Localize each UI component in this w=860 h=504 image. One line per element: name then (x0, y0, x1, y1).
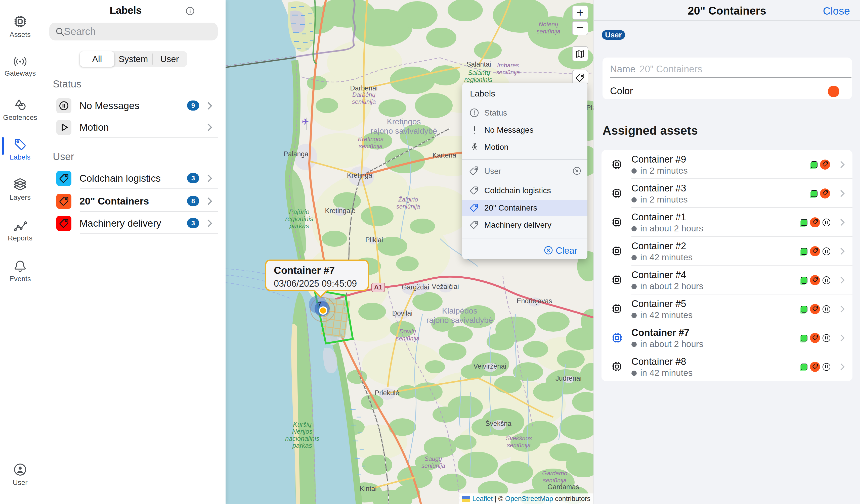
svg-text:Saugų: Saugų (425, 455, 442, 462)
svg-text:Kretingos: Kretingos (387, 117, 421, 126)
svg-text:Klaipėdos: Klaipėdos (442, 306, 477, 315)
svg-text:Endriejavas: Endriejavas (516, 297, 552, 305)
svg-text:A1: A1 (374, 283, 382, 291)
svg-text:parkas: parkas (289, 222, 309, 229)
svg-text:Gardamas: Gardamas (547, 483, 579, 491)
svg-text:seniūnija: seniūnija (396, 335, 420, 342)
svg-text:Kuršių: Kuršių (293, 420, 312, 428)
svg-text:regioninis: regioninis (285, 215, 313, 223)
svg-text:seniūnija: seniūnija (507, 442, 531, 448)
svg-text:seniūnija: seniūnija (496, 69, 520, 76)
svg-text:regioninis: regioninis (464, 76, 492, 84)
svg-text:Imbarės: Imbarės (497, 62, 519, 69)
svg-text:seniūnija: seniūnija (359, 143, 383, 149)
svg-text:Plikiai: Plikiai (366, 236, 383, 244)
svg-text:Darbenai: Darbenai (350, 85, 378, 92)
svg-text:Pajūrio: Pajūrio (289, 208, 310, 216)
svg-text:nacionalinis: nacionalinis (285, 435, 319, 442)
svg-text:Kretinga: Kretinga (347, 172, 373, 179)
svg-text:rajono savivaldybė: rajono savivaldybė (426, 315, 493, 325)
svg-text:Žalgirio: Žalgirio (398, 196, 418, 203)
svg-text:seniūnija: seniūnija (536, 28, 560, 35)
svg-text:Švėkšnos: Švėkšnos (506, 435, 532, 442)
svg-text:Kintai: Kintai (360, 485, 377, 492)
svg-text:seniūnija: seniūnija (543, 477, 567, 484)
svg-text:Salantų: Salantų (468, 69, 490, 76)
svg-text:Palanga: Palanga (283, 150, 309, 158)
svg-text:Kretingos: Kretingos (358, 136, 383, 143)
svg-text:Darbėnų: Darbėnų (352, 91, 375, 98)
svg-text:Notėnų: Notėnų (539, 21, 558, 28)
svg-text:Veiviržėnai: Veiviržėnai (473, 362, 506, 370)
svg-text:rajono savivaldybė: rajono savivaldybė (370, 127, 437, 135)
svg-text:Gargždai: Gargždai (402, 283, 429, 291)
svg-text:seniūnija: seniūnija (421, 462, 445, 469)
svg-text:Vėžaičiai: Vėžaičiai (432, 283, 459, 291)
svg-text:Nerijos: Nerijos (292, 428, 313, 435)
svg-text:parkas: parkas (292, 442, 312, 449)
svg-text:seniūnija: seniūnija (396, 203, 420, 210)
svg-text:Kartena: Kartena (432, 151, 457, 159)
svg-text:Dovilai: Dovilai (392, 310, 412, 317)
svg-text:seniūnija: seniūnija (352, 98, 376, 105)
svg-text:Salantai: Salantai (467, 61, 491, 68)
svg-text:Kretingalė: Kretingalė (325, 207, 356, 214)
svg-text:Gardamo: Gardamo (542, 470, 567, 477)
svg-text:Judrėnai: Judrėnai (556, 375, 582, 382)
svg-text:Dovilų: Dovilų (399, 328, 416, 335)
svg-text:✈: ✈ (302, 117, 309, 127)
svg-text:Priekulė: Priekulė (375, 389, 399, 397)
svg-text:Švėkšna: Švėkšna (485, 419, 512, 427)
